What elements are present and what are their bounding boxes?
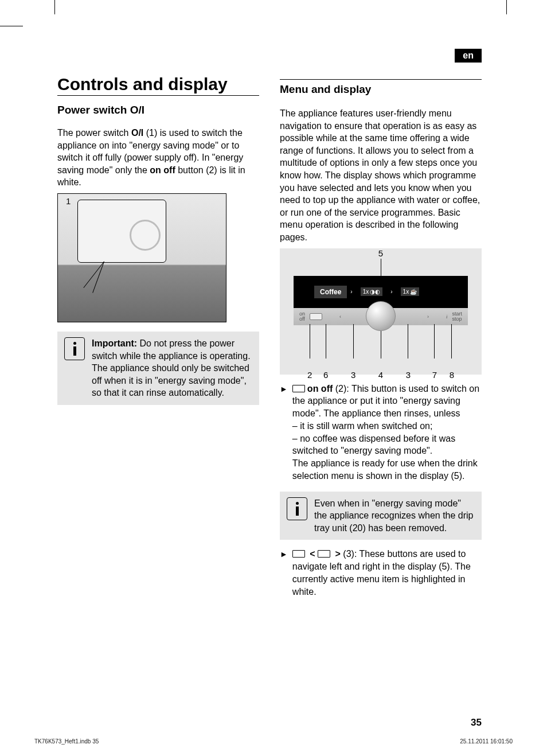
body-text: The appliance features user-friendly men…	[280, 107, 482, 244]
figure-control-panel: 5 Coffee › 1x◑◐ › 1x☕ on off ‹	[280, 248, 482, 375]
leader-line	[451, 324, 452, 358]
text-bold: O/I	[131, 128, 143, 138]
leader-line	[92, 262, 104, 293]
callout-3b: 3	[406, 370, 411, 380]
info-glyph: i	[446, 314, 448, 319]
figure-inset	[77, 200, 166, 263]
text-bold: >	[333, 549, 343, 559]
button-glyph-icon	[292, 550, 305, 558]
callout-7: 7	[432, 370, 437, 380]
leader-line	[408, 324, 408, 358]
leader-line	[326, 324, 326, 358]
page-title: Controls and display	[57, 75, 259, 94]
callout-6: 6	[323, 370, 328, 380]
info-box-important: Important: Do not press the power switch…	[57, 332, 259, 405]
callout-2: 2	[307, 370, 312, 380]
leader-line	[381, 259, 381, 276]
button-glyph-icon	[318, 550, 330, 558]
text-bold: <	[307, 549, 318, 559]
panel-label-start: start stop	[452, 311, 462, 322]
left-column: Controls and display Power switch O/I Th…	[57, 75, 259, 598]
info-text: Important: Do not press the power switch…	[92, 337, 252, 399]
button-glyph-icon	[292, 385, 305, 392]
display-segments: › 1x◑◐ › 1x☕	[350, 287, 419, 296]
rule	[280, 79, 482, 80]
display-text-coffee: Coffee	[314, 286, 347, 298]
callout-label-5: 5	[378, 248, 383, 258]
seg-text: 1x	[363, 289, 369, 295]
chevron-left-icon: ‹	[339, 314, 341, 319]
sub-item: – it is still warm when switched on;	[292, 420, 482, 432]
text: The appliance is ready for use when the …	[292, 457, 482, 482]
leader-line	[381, 331, 381, 358]
sub-item: – no coffee was dispensed before it was …	[292, 432, 482, 458]
bullet-navigate: ► < > (3): These buttons are used to nav…	[280, 548, 482, 598]
page-content: Controls and display Power switch O/I Th…	[57, 75, 482, 598]
callout-label-1: 1	[66, 196, 71, 206]
text-bold: Important:	[92, 338, 137, 348]
panel-button	[310, 313, 322, 320]
crop-mark	[0, 26, 23, 26]
footer-filename: TK76K573_Heft1.indb 35	[34, 738, 99, 745]
text-bold: on off	[307, 384, 333, 393]
text: The power switch	[57, 128, 131, 138]
triangle-bullet-icon: ►	[280, 549, 288, 598]
info-icon	[64, 337, 85, 360]
chevron-right-icon: ›	[427, 314, 429, 319]
info-icon	[287, 497, 307, 520]
callout-8: 8	[450, 370, 454, 380]
rule	[57, 95, 259, 96]
callout-3: 3	[351, 370, 355, 380]
panel-label-onoff: on off	[299, 311, 305, 322]
section-heading-menu: Menu and display	[280, 83, 482, 96]
section-heading-power: Power switch O/I	[57, 104, 259, 116]
info-box-drip-tray: Even when in "energy saving mode" the ap…	[280, 492, 482, 540]
figure-power-switch: 1	[57, 193, 226, 322]
leader-line	[434, 324, 435, 358]
leader-line	[310, 324, 310, 358]
body-text: The power switch O/I (1) is used to swit…	[57, 127, 259, 189]
seg-text: 1x	[403, 289, 409, 295]
triangle-bullet-icon: ►	[280, 384, 288, 482]
text-bold: on off	[150, 165, 175, 175]
right-column: Menu and display The appliance features …	[280, 75, 482, 598]
footer-timestamp: 25.11.2011 16:01:50	[460, 738, 513, 745]
crop-mark	[506, 0, 507, 14]
leader-line	[353, 324, 354, 358]
language-tab: en	[455, 49, 482, 63]
bullet-onoff: ► on off (2): This button is used to swi…	[280, 383, 482, 482]
page-number: 35	[471, 717, 482, 728]
info-text: Even when in "energy saving mode" the ap…	[314, 497, 475, 535]
leader-line	[83, 262, 104, 288]
rotary-knob	[366, 301, 396, 331]
callout-4: 4	[378, 370, 383, 380]
crop-mark	[54, 0, 55, 14]
